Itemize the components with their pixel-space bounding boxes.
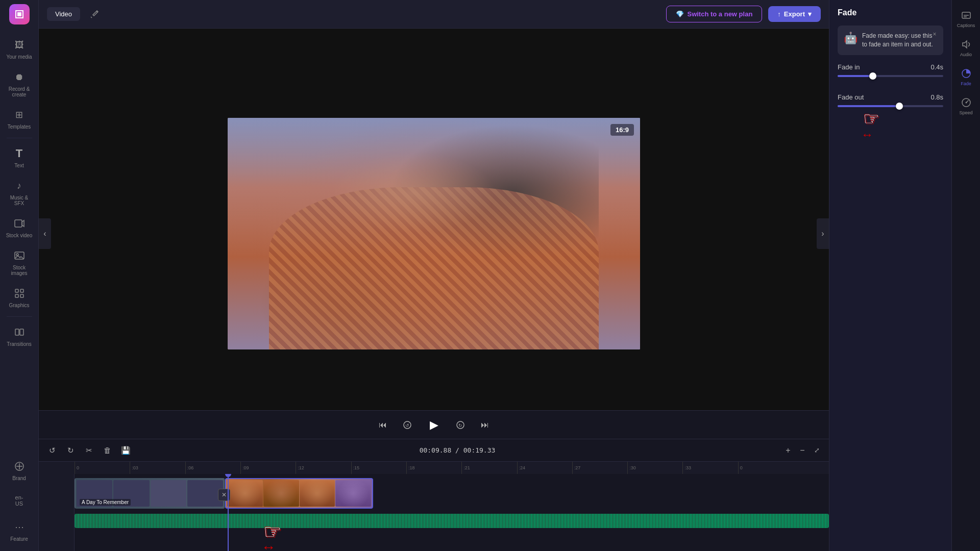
svg-rect-2: [15, 220, 22, 227]
stock-images-icon: [12, 248, 27, 263]
language-icon: en-US: [12, 493, 27, 508]
stock-video-icon: [12, 216, 27, 231]
timeline-time-display: 00:09.88 / 00:19.33: [420, 446, 496, 454]
svg-text:↻: ↻: [458, 423, 462, 428]
sidebar-item-transitions[interactable]: Transitions: [2, 320, 37, 352]
preview-next-button[interactable]: ›: [817, 218, 829, 249]
sidebar-item-music-sfx[interactable]: ♪ Music & SFX: [2, 173, 37, 211]
sidebar-item-record-create[interactable]: ⏺ Record & create: [2, 65, 37, 103]
panel-title: Fade: [838, 8, 943, 17]
tooltip-avatar-icon: 🤖: [844, 32, 858, 46]
sidebar-item-feature[interactable]: ⋯ Feature: [2, 515, 37, 547]
magic-tool-button[interactable]: [86, 6, 103, 22]
cursor-arrow-icon: ↔: [261, 539, 282, 551]
graphics-icon: [12, 286, 27, 300]
sidebar-bottom: Brand en-US ⋯ Feature: [2, 454, 37, 547]
fade-panel: Fade 🤖 Fade made easy: use this to fade …: [829, 0, 951, 551]
speed-tool[interactable]: Speed: [953, 93, 979, 118]
fade-out-row: Fade out 0.8s: [838, 93, 943, 101]
svg-point-22: [965, 102, 967, 104]
audio-tool[interactable]: Audio: [953, 35, 979, 60]
svg-rect-6: [20, 289, 23, 292]
cut-button[interactable]: ✂: [82, 443, 96, 458]
topbar: Video 💎 Switch to a new plan ↑ Export ▾: [39, 0, 829, 29]
fade-out-label: Fade out: [838, 93, 864, 101]
ruler-mark: 0: [738, 462, 793, 474]
record-create-icon: ⏺: [12, 70, 27, 84]
skip-forward-button[interactable]: ⏭: [478, 418, 492, 432]
ruler-marks-container: 0 :03 :06 :09 :12 :15 :18 :21 :24 :27 :3…: [75, 462, 793, 474]
sidebar-item-text[interactable]: T Text: [2, 141, 37, 173]
redo-button[interactable]: ↻: [63, 443, 78, 458]
export-chevron-icon: ▾: [808, 10, 812, 18]
playback-controls: ⏮ ↺ ▶ ↻ ⏭: [39, 410, 829, 439]
app-logo[interactable]: [9, 4, 30, 24]
audio-clip[interactable]: [75, 514, 829, 528]
video-clip-second[interactable]: [225, 478, 373, 509]
sidebar-item-stock-images[interactable]: Stock images: [2, 243, 37, 281]
sidebar: 🖼 Your media ⏺ Record & create ⊞ Templat…: [0, 0, 39, 551]
undo-button[interactable]: ↺: [45, 443, 59, 458]
playhead[interactable]: [228, 474, 229, 551]
panel-cursor-hand-icon: ☞: [863, 108, 879, 130]
fade-in-label: Fade in: [838, 63, 860, 71]
timeline-tracks: A Day To Remember ✕: [39, 474, 829, 551]
forward-button[interactable]: ↻: [453, 418, 468, 432]
ruler-mark: :27: [572, 462, 627, 474]
track-labels: [39, 474, 75, 551]
delete-button[interactable]: 🗑: [100, 443, 114, 458]
sidebar-item-templates[interactable]: ⊞ Templates: [2, 103, 37, 135]
templates-icon: ⊞: [12, 108, 27, 122]
video-tab-button[interactable]: Video: [47, 7, 80, 21]
sidebar-item-your-media[interactable]: 🖼 Your media: [2, 33, 37, 65]
fade-out-slider[interactable]: [838, 105, 943, 107]
audio-track: [75, 514, 829, 529]
zoom-in-button[interactable]: +: [782, 444, 794, 457]
video-frame: 16:9: [228, 118, 640, 349]
svg-rect-10: [20, 329, 23, 335]
export-icon: ↑: [777, 10, 781, 18]
preview-area: ‹ 16:9 › ?: [39, 29, 829, 439]
fade-in-fill: [838, 75, 869, 77]
gem-icon: 💎: [676, 10, 684, 18]
ruler-mark: :15: [351, 462, 406, 474]
export-button[interactable]: ↑ Export ▾: [768, 6, 821, 22]
zoom-out-button[interactable]: −: [796, 444, 808, 457]
svg-rect-7: [15, 294, 18, 297]
video-clip-first[interactable]: A Day To Remember: [75, 478, 225, 509]
fade-in-row: Fade in 0.4s: [838, 63, 943, 71]
ruler-mark: :21: [461, 462, 517, 474]
timeline-toolbar: ↺ ↻ ✂ 🗑 💾 00:09.88 / 00:19.33 + − ⤢: [39, 439, 829, 462]
captions-icon: [960, 9, 972, 21]
sidebar-item-brand[interactable]: Brand: [2, 454, 37, 486]
svg-rect-9: [15, 329, 19, 335]
captions-tool[interactable]: Captions: [953, 6, 979, 31]
sidebar-item-stock-video[interactable]: Stock video: [2, 211, 37, 243]
svg-text:↺: ↺: [405, 423, 409, 428]
fade-in-thumb[interactable]: [869, 72, 876, 80]
play-button[interactable]: ▶: [425, 416, 443, 434]
svg-rect-5: [15, 289, 18, 292]
timeline-section: ↺ ↻ ✂ 🗑 💾 00:09.88 / 00:19.33 + − ⤢ 0 :0…: [39, 439, 829, 551]
speed-icon: [960, 96, 972, 109]
audio-waveform: [75, 514, 829, 528]
panel-cursor-arrow-icon: ↔: [861, 128, 873, 142]
fade-tool[interactable]: Fade: [953, 64, 979, 89]
sidebar-item-language[interactable]: en-US: [2, 488, 37, 513]
sidebar-divider-2: [7, 316, 32, 317]
fade-in-slider[interactable]: [838, 75, 943, 77]
preview-prev-button[interactable]: ‹: [39, 218, 51, 249]
skip-back-button[interactable]: ⏮: [376, 418, 390, 432]
video-content: [228, 118, 640, 349]
transitions-icon: [12, 325, 27, 339]
your-media-icon: 🖼: [12, 38, 27, 52]
ruler-mark: :18: [406, 462, 461, 474]
tooltip-close-button[interactable]: ×: [930, 30, 939, 39]
rewind-button[interactable]: ↺: [400, 418, 414, 432]
sidebar-item-graphics[interactable]: Graphics: [2, 281, 37, 313]
switch-plan-button[interactable]: 💎 Switch to a new plan: [666, 6, 762, 22]
expand-timeline-button[interactable]: ⤢: [811, 444, 823, 457]
save-button[interactable]: 💾: [118, 443, 133, 458]
main-content: Video 💎 Switch to a new plan ↑ Export ▾ …: [39, 0, 829, 551]
ruler-mark: :03: [130, 462, 185, 474]
